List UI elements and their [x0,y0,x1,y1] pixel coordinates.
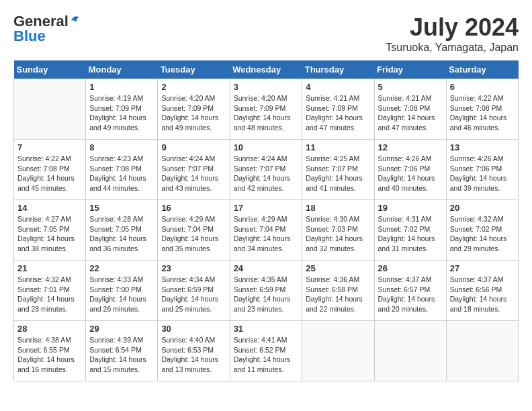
day-number: 14 [17,203,82,213]
day-info: Sunrise: 4:35 AMSunset: 6:59 PMDaylight:… [234,275,299,314]
day-cell: 13Sunrise: 4:26 AMSunset: 7:06 PMDayligh… [446,140,518,200]
day-info: Sunrise: 4:31 AMSunset: 7:02 PMDaylight:… [378,214,443,254]
day-cell: 19Sunrise: 4:31 AMSunset: 7:02 PMDayligh… [374,200,446,261]
day-info: Sunrise: 4:20 AMSunset: 7:09 PMDaylight:… [234,93,299,133]
day-info: Sunrise: 4:21 AMSunset: 7:09 PMDaylight:… [306,93,370,133]
day-info: Sunrise: 4:25 AMSunset: 7:07 PMDaylight:… [306,154,370,193]
day-cell: 8Sunrise: 4:23 AMSunset: 7:08 PMDaylight… [86,140,158,200]
day-cell: 17Sunrise: 4:29 AMSunset: 7:04 PMDayligh… [230,200,302,261]
day-info: Sunrise: 4:40 AMSunset: 6:53 PMDaylight:… [161,335,226,375]
day-info: Sunrise: 4:29 AMSunset: 7:04 PMDaylight:… [234,214,299,254]
day-number: 20 [450,203,515,213]
day-number: 19 [378,203,443,213]
day-number: 24 [234,263,299,273]
day-cell: 9Sunrise: 4:24 AMSunset: 7:07 PMDaylight… [158,140,230,200]
day-info: Sunrise: 4:24 AMSunset: 7:07 PMDaylight:… [234,154,299,193]
day-number: 15 [89,203,154,213]
day-number: 18 [306,203,370,213]
calendar-table: SundayMondayTuesdayWednesdayThursdayFrid… [13,60,519,381]
day-number: 16 [161,203,226,213]
day-info: Sunrise: 4:36 AMSunset: 6:58 PMDaylight:… [306,275,370,314]
day-number: 27 [450,263,515,273]
week-row-5: 28Sunrise: 4:38 AMSunset: 6:55 PMDayligh… [14,321,519,381]
day-info: Sunrise: 4:23 AMSunset: 7:08 PMDaylight:… [89,154,154,193]
column-header-thursday: Thursday [302,60,374,79]
column-header-saturday: Saturday [446,60,518,79]
day-info: Sunrise: 4:38 AMSunset: 6:55 PMDaylight:… [17,335,82,375]
day-cell: 1Sunrise: 4:19 AMSunset: 7:09 PMDaylight… [86,79,158,140]
day-number: 7 [17,142,82,152]
week-row-1: 1Sunrise: 4:19 AMSunset: 7:09 PMDaylight… [14,79,519,140]
day-number: 5 [378,82,443,92]
day-cell [446,321,518,381]
day-cell: 30Sunrise: 4:40 AMSunset: 6:53 PMDayligh… [158,321,230,381]
day-info: Sunrise: 4:28 AMSunset: 7:05 PMDaylight:… [89,214,154,254]
day-number: 11 [306,142,370,152]
logo: General Blue [13,13,81,44]
day-number: 13 [450,142,515,152]
day-cell: 23Sunrise: 4:34 AMSunset: 6:59 PMDayligh… [158,261,230,321]
column-header-wednesday: Wednesday [230,60,302,79]
day-cell: 21Sunrise: 4:32 AMSunset: 7:01 PMDayligh… [14,261,86,321]
week-row-3: 14Sunrise: 4:27 AMSunset: 7:05 PMDayligh… [14,200,519,261]
day-cell: 12Sunrise: 4:26 AMSunset: 7:06 PMDayligh… [374,140,446,200]
column-header-monday: Monday [86,60,158,79]
day-cell: 25Sunrise: 4:36 AMSunset: 6:58 PMDayligh… [302,261,374,321]
week-row-2: 7Sunrise: 4:22 AMSunset: 7:08 PMDaylight… [14,140,519,200]
day-info: Sunrise: 4:37 AMSunset: 6:56 PMDaylight:… [450,275,515,314]
day-info: Sunrise: 4:22 AMSunset: 7:08 PMDaylight:… [17,154,82,193]
day-info: Sunrise: 4:37 AMSunset: 6:57 PMDaylight:… [378,275,443,314]
day-number: 3 [234,82,299,92]
day-number: 6 [450,82,515,92]
day-cell: 24Sunrise: 4:35 AMSunset: 6:59 PMDayligh… [230,261,302,321]
title-block: July 2024 Tsuruoka, Yamagata, Japan [386,13,519,54]
day-cell: 3Sunrise: 4:20 AMSunset: 7:09 PMDaylight… [230,79,302,140]
day-cell: 28Sunrise: 4:38 AMSunset: 6:55 PMDayligh… [14,321,86,381]
column-header-friday: Friday [374,60,446,79]
calendar-body: 1Sunrise: 4:19 AMSunset: 7:09 PMDaylight… [14,79,519,381]
day-number: 22 [89,263,154,273]
day-cell [374,321,446,381]
day-info: Sunrise: 4:32 AMSunset: 7:01 PMDaylight:… [17,275,82,314]
day-cell: 22Sunrise: 4:33 AMSunset: 7:00 PMDayligh… [86,261,158,321]
day-number: 26 [378,263,443,273]
day-cell: 16Sunrise: 4:29 AMSunset: 7:04 PMDayligh… [158,200,230,261]
month-year: July 2024 [386,13,519,42]
logo: General Blue [13,13,81,44]
day-info: Sunrise: 4:29 AMSunset: 7:04 PMDaylight:… [161,214,226,254]
day-info: Sunrise: 4:30 AMSunset: 7:03 PMDaylight:… [306,214,370,254]
day-cell [14,79,86,140]
day-info: Sunrise: 4:26 AMSunset: 7:06 PMDaylight:… [450,154,515,193]
day-cell: 7Sunrise: 4:22 AMSunset: 7:08 PMDaylight… [14,140,86,200]
day-info: Sunrise: 4:19 AMSunset: 7:09 PMDaylight:… [89,93,154,133]
day-number: 10 [234,142,299,152]
day-number: 29 [89,324,154,334]
day-info: Sunrise: 4:26 AMSunset: 7:06 PMDaylight:… [378,154,443,193]
day-cell: 14Sunrise: 4:27 AMSunset: 7:05 PMDayligh… [14,200,86,261]
week-row-4: 21Sunrise: 4:32 AMSunset: 7:01 PMDayligh… [14,261,519,321]
day-number: 30 [161,324,226,334]
day-info: Sunrise: 4:41 AMSunset: 6:52 PMDaylight:… [234,335,299,375]
logo-blue: Blue [13,28,81,44]
day-cell [302,321,374,381]
column-header-sunday: Sunday [14,60,86,79]
day-info: Sunrise: 4:39 AMSunset: 6:54 PMDaylight:… [89,335,154,375]
day-info: Sunrise: 4:34 AMSunset: 6:59 PMDaylight:… [161,275,226,314]
day-number: 9 [161,142,226,152]
day-info: Sunrise: 4:33 AMSunset: 7:00 PMDaylight:… [89,275,154,314]
day-info: Sunrise: 4:22 AMSunset: 7:08 PMDaylight:… [450,93,515,133]
day-cell: 29Sunrise: 4:39 AMSunset: 6:54 PMDayligh… [86,321,158,381]
day-cell: 10Sunrise: 4:24 AMSunset: 7:07 PMDayligh… [230,140,302,200]
day-number: 31 [234,324,299,334]
day-number: 28 [17,324,82,334]
day-number: 1 [89,82,154,92]
day-number: 17 [234,203,299,213]
calendar-header-row: SundayMondayTuesdayWednesdayThursdayFrid… [14,60,519,79]
day-cell: 18Sunrise: 4:30 AMSunset: 7:03 PMDayligh… [302,200,374,261]
day-cell: 5Sunrise: 4:21 AMSunset: 7:08 PMDaylight… [374,79,446,140]
day-number: 8 [89,142,154,152]
location: Tsuruoka, Yamagata, Japan [386,42,519,54]
day-info: Sunrise: 4:24 AMSunset: 7:07 PMDaylight:… [161,154,226,193]
day-number: 2 [161,82,226,92]
day-info: Sunrise: 4:21 AMSunset: 7:08 PMDaylight:… [378,93,443,133]
